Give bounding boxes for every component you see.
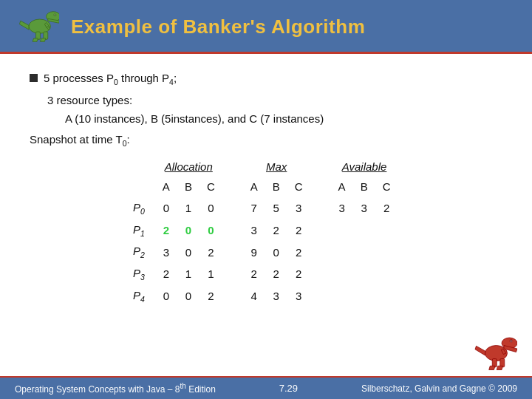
instances-text: A (10 instances), B (5instances), and C …	[65, 112, 324, 125]
p0-avail-c: 2	[375, 197, 398, 219]
slide-footer: Operating System Concepts with Java – 8t…	[0, 376, 532, 399]
avail-b-header: B	[353, 177, 375, 197]
p4-max-a: 4	[243, 285, 265, 307]
snapshot-text: Snapshot at time T0:	[30, 133, 130, 146]
p2-alloc-c: 2	[200, 241, 222, 263]
p0-max-c: 3	[287, 197, 310, 219]
p4-alloc-c: 2	[200, 285, 222, 307]
svg-marker-5	[19, 21, 29, 30]
banker-table: Allocation Max Available A B C A B	[126, 157, 502, 307]
avail-a-header: A	[331, 177, 353, 197]
table-row: P0 0 1 0 7 5 3 3 3 2	[126, 197, 398, 219]
p0-max-b: 5	[265, 197, 287, 219]
max-header: Max	[243, 157, 310, 177]
p0-avail-a: 3	[331, 197, 353, 219]
slide-title: Example of Banker's Algorithm	[71, 16, 365, 38]
table-row: P1 2 0 0 3 2 2	[126, 219, 398, 242]
resource-types-text: 3 resource types:	[47, 94, 132, 106]
process-p2: P2	[126, 241, 155, 263]
p0-alloc-b: 1	[177, 197, 200, 219]
p3-alloc-c: 1	[200, 263, 222, 285]
processes-text: 5 processes P0 through P4;	[44, 69, 177, 89]
process-p0: P0	[126, 197, 155, 219]
p2-max-c: 2	[287, 241, 310, 263]
bullet-icon	[30, 74, 38, 82]
p3-max-b: 2	[265, 263, 287, 285]
header-dino-icon	[15, 9, 59, 44]
svg-point-16	[511, 341, 512, 342]
footer-left-text: Operating System Concepts with Java – 8t…	[15, 382, 216, 395]
max-a-header: A	[243, 177, 265, 197]
alloc-a-header: A	[155, 177, 177, 197]
p3-max-a: 2	[243, 263, 265, 285]
allocation-header: Allocation	[155, 157, 222, 177]
section-header-row: Allocation Max Available	[126, 157, 398, 177]
alloc-b-header: B	[177, 177, 200, 197]
p1-max-a: 3	[243, 219, 265, 242]
p0-max-a: 7	[243, 197, 265, 219]
resource-types-line: 3 resource types:	[47, 91, 502, 110]
p1-max-b: 2	[265, 219, 287, 242]
instances-line: A (10 instances), B (5instances), and C …	[65, 109, 502, 129]
p0-alloc-c: 0	[200, 197, 222, 219]
footer-right-text: Silberschatz, Galvin and Gagne © 2009	[361, 383, 517, 394]
processes-line: 5 processes P0 through P4;	[30, 69, 502, 89]
allocation-table: Allocation Max Available A B C A B	[126, 157, 398, 307]
slide-header: Example of Banker's Algorithm	[0, 0, 532, 54]
snapshot-line: Snapshot at time T0:	[30, 130, 502, 151]
max-c-header: C	[287, 177, 310, 197]
p3-alloc-b: 1	[177, 263, 200, 285]
process-p4: P4	[126, 285, 155, 307]
max-b-header: B	[265, 177, 287, 197]
p2-alloc-a: 3	[155, 241, 177, 263]
svg-marker-22	[497, 366, 502, 369]
p0-alloc-a: 0	[155, 197, 177, 219]
table-row: P3 2 1 1 2 2 2	[126, 263, 398, 285]
avail-c-header: C	[375, 177, 398, 197]
svg-marker-11	[40, 38, 45, 41]
table-row: P4 0 0 2 4 3 3	[126, 285, 398, 307]
p0-avail-b: 3	[353, 197, 375, 219]
slide-content: 5 processes P0 through P4; 3 resource ty…	[0, 54, 532, 322]
svg-marker-17	[475, 346, 485, 355]
p4-max-c: 3	[287, 285, 310, 307]
p3-alloc-a: 2	[155, 263, 177, 285]
footer-page-number: 7.29	[279, 383, 298, 394]
abc-header-row: A B C A B C A B C	[126, 177, 398, 197]
svg-marker-21	[489, 366, 495, 369]
process-p3: P3	[126, 263, 155, 285]
svg-point-4	[55, 14, 55, 15]
alloc-c-header: C	[200, 177, 222, 197]
table-row: P2 3 0 2 9 0 2	[126, 241, 398, 263]
p1-alloc-b: 0	[177, 219, 200, 242]
svg-marker-10	[33, 38, 38, 41]
process-p1: P1	[126, 219, 155, 242]
p1-alloc-c: 0	[200, 219, 222, 242]
p1-alloc-a: 2	[155, 219, 177, 242]
p4-alloc-b: 0	[177, 285, 200, 307]
p2-max-a: 9	[243, 241, 265, 263]
p2-max-b: 0	[265, 241, 287, 263]
available-header: Available	[331, 157, 398, 177]
footer-dino-icon	[473, 332, 517, 372]
p1-max-c: 2	[287, 219, 310, 242]
p3-max-c: 2	[287, 263, 310, 285]
p4-alloc-a: 0	[155, 285, 177, 307]
p2-alloc-b: 0	[177, 241, 200, 263]
p4-max-b: 3	[265, 285, 287, 307]
